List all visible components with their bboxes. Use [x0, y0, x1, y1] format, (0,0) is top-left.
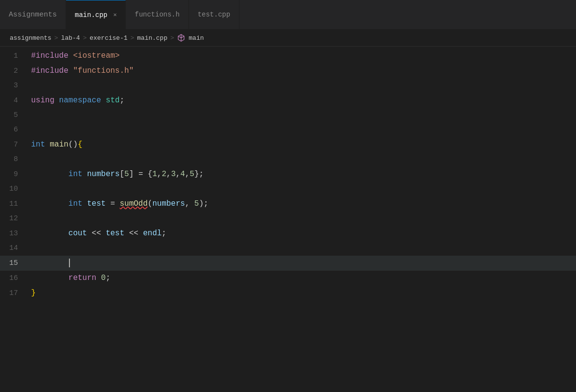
cube-icon: [177, 34, 186, 42]
line-4: 4 using namespace std;: [0, 93, 576, 108]
close-icon[interactable]: ✕: [113, 11, 117, 18]
line-3: 3: [0, 79, 576, 93]
breadcrumb-sep-1: >: [54, 34, 58, 42]
tab-main-cpp[interactable]: main.cpp ✕: [66, 0, 126, 29]
line-2: 2 #include "functions.h": [0, 64, 576, 79]
line-num-8: 8: [0, 152, 27, 167]
tab-test-cpp[interactable]: test.cpp: [189, 0, 239, 29]
line-9: 9 int numbers[5] = {1,2,3,4,5};: [0, 167, 576, 182]
breadcrumb-sep-3: >: [130, 34, 134, 42]
breadcrumb-main[interactable]: main: [189, 34, 204, 42]
code-editor[interactable]: 1 #include <iostream> 2 #include "functi…: [0, 47, 576, 392]
line-17: 17 }: [0, 286, 576, 301]
line-1: 1 #include <iostream>: [0, 49, 576, 64]
line-content-2: #include "functions.h": [28, 64, 134, 78]
line-num-11: 11: [0, 197, 27, 212]
line-8: 8: [0, 152, 576, 167]
line-num-3: 3: [0, 79, 27, 93]
line-num-17: 17: [0, 286, 27, 301]
line-num-1: 1: [0, 49, 27, 64]
line-num-5: 5: [0, 108, 27, 123]
line-num-15: 15: [0, 256, 27, 271]
tab-functions-h-label: functions.h: [135, 11, 179, 18]
line-5: 5: [0, 108, 576, 123]
code-area: 1 #include <iostream> 2 #include "functi…: [0, 47, 576, 303]
line-num-16: 16: [0, 271, 27, 286]
breadcrumb-lab4[interactable]: lab-4: [61, 34, 80, 42]
line-num-6: 6: [0, 123, 27, 137]
breadcrumb-assignments[interactable]: assignments: [10, 34, 51, 42]
line-10: 10: [0, 182, 576, 196]
line-num-12: 12: [0, 212, 27, 226]
breadcrumb-sep-2: >: [83, 34, 87, 42]
line-content-16: return 0;: [28, 271, 110, 285]
line-16: 16 return 0;: [0, 271, 576, 286]
line-content-7: int main(){: [28, 137, 83, 152]
line-content-13: cout << test << endl;: [28, 226, 166, 241]
line-content-9: int numbers[5] = {1,2,3,4,5};: [28, 167, 203, 181]
line-content-1: #include <iostream>: [28, 49, 119, 63]
tab-assignments-label: Assignments: [9, 11, 57, 19]
line-7: 7 int main(){: [0, 137, 576, 152]
line-content-4: using namespace std;: [28, 93, 124, 108]
tab-assignments[interactable]: Assignments: [0, 0, 66, 29]
line-num-7: 7: [0, 138, 27, 152]
line-6: 6: [0, 123, 576, 137]
tab-bar: Assignments main.cpp ✕ functions.h test.…: [0, 0, 576, 30]
line-11: 11 int test = sumOdd(numbers, 5);: [0, 196, 576, 212]
line-num-13: 13: [0, 227, 27, 241]
line-num-4: 4: [0, 94, 27, 108]
line-content-17: }: [28, 286, 36, 300]
breadcrumb-sep-4: >: [170, 34, 174, 42]
line-num-10: 10: [0, 182, 27, 196]
line-13: 13 cout << test << endl;: [0, 226, 576, 241]
tab-main-cpp-label: main.cpp: [75, 11, 107, 19]
breadcrumb: assignments > lab-4 > exercise-1 > main.…: [0, 30, 576, 47]
line-num-14: 14: [0, 241, 27, 256]
line-num-9: 9: [0, 167, 27, 182]
line-content-15: [28, 256, 70, 270]
tab-functions-h[interactable]: functions.h: [126, 0, 188, 29]
line-content-11: int test = sumOdd(numbers, 5);: [28, 196, 208, 211]
tab-test-cpp-label: test.cpp: [198, 11, 230, 18]
breadcrumb-maincpp[interactable]: main.cpp: [137, 34, 167, 42]
text-cursor: [69, 259, 70, 267]
line-15: 15: [0, 256, 576, 271]
line-num-2: 2: [0, 64, 27, 79]
line-14: 14: [0, 241, 576, 256]
line-12: 12: [0, 212, 576, 226]
breadcrumb-exercise1[interactable]: exercise-1: [89, 34, 127, 42]
